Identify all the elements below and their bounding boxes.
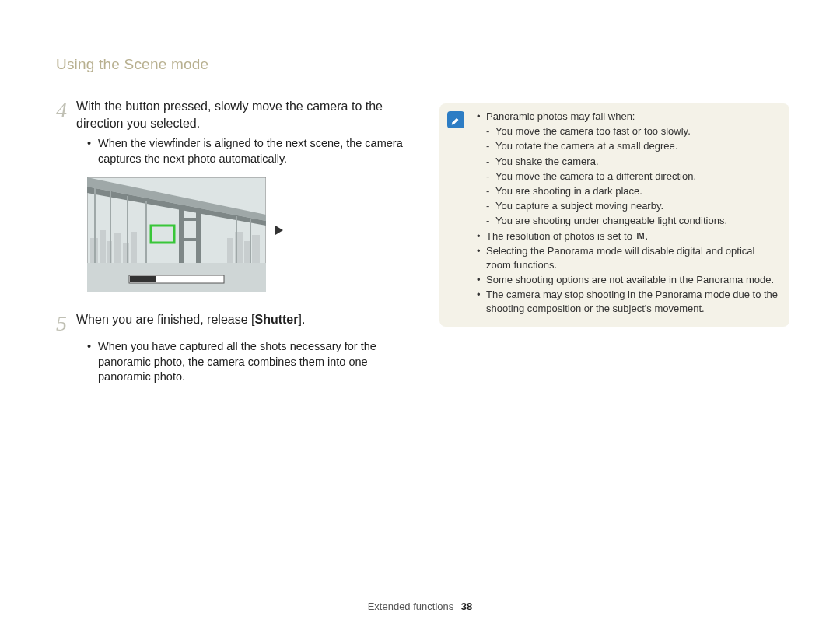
footer-section: Extended functions <box>368 601 454 612</box>
note-text-a: The resolution of photos is set to <box>486 230 635 242</box>
play-arrow-icon <box>275 226 283 235</box>
step-text-bold: Shutter <box>254 313 298 326</box>
step-4: 4 With the button pressed, slowly move t… <box>56 98 422 292</box>
svg-rect-22 <box>179 218 201 221</box>
svg-rect-7 <box>131 232 137 263</box>
step-text-part-a: When you are finished, release [ <box>76 313 254 326</box>
note-dash: You are shooting under changeable light … <box>477 214 780 228</box>
panorama-illustration <box>87 177 289 292</box>
note-text-b: . <box>646 230 649 242</box>
note-bullet: Some shooting options are not available … <box>477 273 780 287</box>
svg-rect-26 <box>130 276 156 282</box>
svg-rect-23 <box>180 238 199 241</box>
svg-rect-8 <box>227 238 233 263</box>
svg-rect-20 <box>179 208 184 263</box>
step-number: 5 <box>56 311 76 335</box>
step-text-part-b: ]. <box>298 313 305 326</box>
note-list: Panoramic photos may fail when: You move… <box>477 110 780 317</box>
step-number: 4 <box>56 98 76 121</box>
svg-rect-5 <box>114 233 121 263</box>
note-dash: You move the camera to a different direc… <box>477 170 780 184</box>
note-dash: You move the camera too fast or too slow… <box>477 124 780 138</box>
note-box: Panoramic photos may fail when: You move… <box>439 103 789 327</box>
note-bullet: The resolution of photos is set to IM. <box>477 229 780 243</box>
svg-rect-10 <box>244 241 250 263</box>
step-sub-bullet: When you have captured all the shots nec… <box>87 339 422 385</box>
svg-rect-3 <box>100 230 106 263</box>
footer-page-number: 38 <box>461 601 472 612</box>
note-bullet: The camera may stop shooting in the Pano… <box>477 288 780 316</box>
note-icon <box>447 111 464 128</box>
left-column: 4 With the button pressed, slowly move t… <box>56 98 422 399</box>
note-bullet: Selecting the Panorama mode will disable… <box>477 244 780 272</box>
note-dash: You shake the camera. <box>477 155 780 169</box>
note-dash: You capture a subject moving nearby. <box>477 199 780 213</box>
footer: Extended functions 38 <box>0 601 840 612</box>
note-dash: You are shooting in a dark place. <box>477 184 780 198</box>
step-text: When you are finished, release [Shutter]… <box>76 311 305 328</box>
step-5: 5 When you are finished, release [Shutte… <box>56 311 422 385</box>
step-text: With the button pressed, slowly move the… <box>76 98 422 131</box>
svg-rect-11 <box>252 235 260 263</box>
note-bullet: Panoramic photos may fail when: <box>477 110 780 124</box>
resolution-icon: IM <box>637 231 644 242</box>
note-dash: You rotate the camera at a small degree. <box>477 139 780 153</box>
step-sub-bullet: When the viewfinder is aligned to the ne… <box>87 136 422 166</box>
page-title: Using the Scene mode <box>56 56 208 73</box>
